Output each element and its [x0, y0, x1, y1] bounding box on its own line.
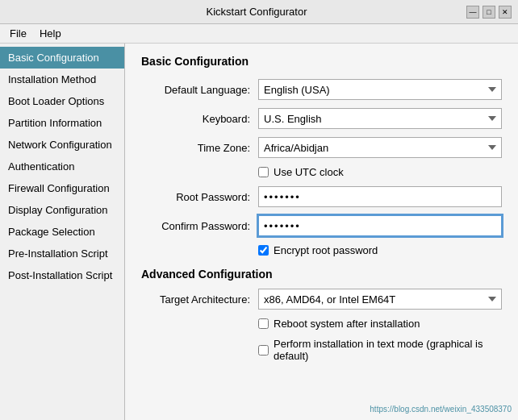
text-mode-checkbox[interactable] [258, 345, 269, 356]
reboot-checkbox[interactable] [258, 318, 269, 329]
main-layout: Basic Configuration Installation Method … [0, 44, 518, 420]
window-title: Kickstart Configurator [47, 6, 466, 18]
default-language-row: Default Language: English (USA) [141, 79, 502, 100]
timezone-row: Time Zone: Africa/Abidjan [141, 137, 502, 158]
maximize-button[interactable]: □ [482, 6, 495, 19]
confirm-password-row: Confirm Password: [141, 215, 502, 236]
sidebar-item-post-installation-script[interactable]: Post-Installation Script [0, 264, 124, 286]
keyboard-control: U.S. English [258, 108, 502, 129]
encrypt-password-label: Encrypt root password [274, 244, 378, 256]
timezone-control: Africa/Abidjan [258, 137, 502, 158]
reboot-row: Reboot system after installation [141, 318, 502, 330]
sidebar-item-display-configuration[interactable]: Display Configuration [0, 199, 124, 221]
sidebar-item-partition-information[interactable]: Partition Information [0, 112, 124, 134]
root-password-row: Root Password: [141, 186, 502, 207]
default-language-control: English (USA) [258, 79, 502, 100]
timezone-select[interactable]: Africa/Abidjan [258, 137, 502, 158]
keyboard-select[interactable]: U.S. English [258, 108, 502, 129]
sidebar-item-package-selection[interactable]: Package Selection [0, 221, 124, 243]
sidebar-item-basic-configuration[interactable]: Basic Configuration [0, 47, 124, 69]
basic-config-title: Basic Configuration [141, 55, 502, 68]
confirm-password-input[interactable] [258, 215, 502, 236]
reboot-label: Reboot system after installation [274, 318, 420, 330]
target-arch-select[interactable]: x86, AMD64, or Intel EM64T [258, 289, 502, 310]
advanced-config-title: Advanced Configuration [141, 268, 502, 281]
sidebar-item-network-configuration[interactable]: Network Configuration [0, 134, 124, 156]
sidebar-item-firewall-configuration[interactable]: Firewall Configuration [0, 177, 124, 199]
target-arch-label: Target Architecture: [141, 293, 258, 306]
target-arch-control: x86, AMD64, or Intel EM64T [258, 289, 502, 310]
content-area: Basic Configuration Default Language: En… [125, 44, 518, 420]
default-language-label: Default Language: [141, 84, 258, 96]
default-language-select[interactable]: English (USA) [258, 79, 502, 100]
window-controls: — □ ✕ [466, 6, 512, 19]
utc-clock-row: Use UTC clock [141, 166, 502, 178]
encrypt-password-checkbox[interactable] [258, 245, 269, 256]
root-password-input[interactable] [258, 186, 502, 207]
advanced-section-divider: Advanced Configuration [141, 268, 502, 281]
menu-bar: File Help [0, 24, 518, 44]
keyboard-label: Keyboard: [141, 113, 258, 125]
root-password-control [258, 186, 502, 207]
target-arch-row: Target Architecture: x86, AMD64, or Inte… [141, 289, 502, 310]
sidebar-item-boot-loader-options[interactable]: Boot Loader Options [0, 90, 124, 112]
minimize-button[interactable]: — [466, 6, 479, 19]
sidebar: Basic Configuration Installation Method … [0, 44, 125, 420]
text-mode-label: Perform installation in text mode (graph… [274, 338, 502, 362]
menu-file[interactable]: File [3, 26, 33, 41]
root-password-label: Root Password: [141, 191, 258, 203]
close-button[interactable]: ✕ [499, 6, 512, 19]
utc-clock-label: Use UTC clock [274, 166, 344, 178]
sidebar-item-installation-method[interactable]: Installation Method [0, 69, 124, 90]
text-mode-row: Perform installation in text mode (graph… [141, 338, 502, 362]
menu-help[interactable]: Help [33, 26, 68, 41]
keyboard-row: Keyboard: U.S. English [141, 108, 502, 129]
utc-clock-checkbox[interactable] [258, 167, 269, 177]
timezone-label: Time Zone: [141, 142, 258, 154]
encrypt-password-row: Encrypt root password [141, 244, 502, 256]
sidebar-item-authentication[interactable]: Authentication [0, 156, 124, 177]
confirm-password-label: Confirm Password: [141, 220, 258, 232]
title-bar: Kickstart Configurator — □ ✕ [0, 0, 518, 24]
confirm-password-control [258, 215, 502, 236]
sidebar-item-pre-installation-script[interactable]: Pre-Installation Script [0, 243, 124, 264]
